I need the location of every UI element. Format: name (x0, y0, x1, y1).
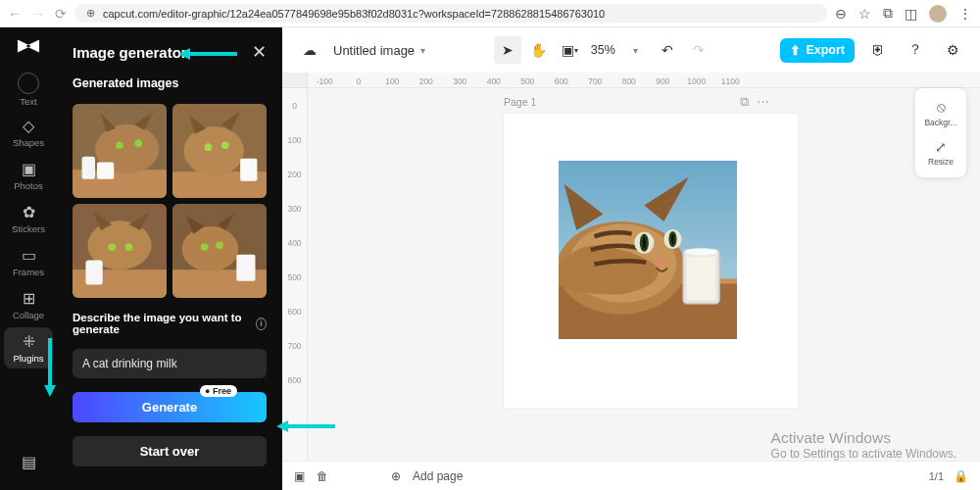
left-rail: Text ◇Shapes ▣Photos ✿Stickers ▭Frames ⊞… (0, 27, 57, 490)
plugins-icon: ⁜ (23, 332, 35, 351)
cursor-tool[interactable]: ➤ (494, 36, 521, 64)
site-info-icon[interactable]: ⊕ (86, 7, 95, 20)
svg-rect-37 (687, 257, 715, 300)
chevron-down-icon[interactable]: ▾ (622, 36, 650, 64)
zoom-icon[interactable]: ⊖ (835, 6, 847, 22)
generated-image-1[interactable] (73, 104, 167, 198)
svg-point-4 (134, 139, 142, 147)
resize-tool[interactable]: ⤢Resize (919, 134, 962, 172)
nav-text[interactable]: Text (0, 69, 57, 110)
nav-forward-icon[interactable]: → (31, 6, 45, 22)
add-page-icon[interactable]: ⊕ (391, 469, 401, 483)
nav-photos[interactable]: ▣Photos (0, 155, 57, 196)
page-icon: ▤ (22, 453, 36, 471)
start-over-button[interactable]: Start over (73, 436, 267, 466)
photos-icon: ▣ (22, 160, 36, 178)
hand-tool[interactable]: ✋ (525, 36, 553, 64)
export-icon: ⬆ (790, 43, 801, 58)
background-icon: ⦸ (937, 99, 946, 116)
prompt-input[interactable] (73, 349, 267, 378)
ruler-vertical: 0100200300400500600700800 (282, 88, 308, 461)
plugin-title: Image generator (73, 44, 187, 61)
undo-button[interactable]: ↶ (654, 36, 681, 64)
svg-point-3 (116, 141, 123, 149)
svg-point-35 (671, 234, 674, 245)
collage-icon: ⊞ (23, 289, 35, 308)
shapes-icon: ◇ (23, 117, 34, 135)
ruler-horizontal: -100010020030040050060070080090010001100 (308, 73, 980, 88)
shield-icon[interactable]: ⛨ (864, 36, 892, 64)
help-icon[interactable]: ？ (902, 36, 929, 64)
page-copy-icon[interactable]: ⧉ (740, 94, 749, 110)
generated-image-3[interactable] (73, 204, 167, 298)
svg-point-10 (205, 143, 213, 151)
side-tools: ⦸Backgr... ⤢Resize (915, 88, 966, 177)
zoom-level[interactable]: 35% (588, 43, 618, 57)
avatar[interactable] (929, 5, 947, 23)
nav-shapes[interactable]: ◇Shapes (0, 112, 57, 153)
settings-icon[interactable]: ⚙ (939, 36, 966, 64)
lock-icon[interactable]: 🔒 (954, 469, 968, 483)
chevron-down-icon: ▾ (420, 45, 425, 56)
page-more-icon[interactable]: ⋯ (757, 94, 769, 110)
layers-icon[interactable]: ▣ (294, 469, 305, 483)
svg-point-17 (125, 243, 133, 251)
star-icon[interactable]: ☆ (858, 6, 871, 22)
generated-grid (73, 104, 267, 298)
topbar: ☁ Untitled image▾ ➤ ✋ ▣▾ 35% ▾ ↶ ↷ ⬆Expo… (282, 27, 980, 73)
svg-rect-18 (85, 261, 102, 285)
cloud-icon[interactable]: ☁ (296, 36, 323, 64)
trash-icon[interactable]: 🗑 (317, 469, 328, 483)
svg-rect-12 (240, 159, 257, 181)
canvas-area: ☁ Untitled image▾ ➤ ✋ ▣▾ 35% ▾ ↶ ↷ ⬆Expo… (282, 27, 980, 490)
svg-rect-5 (82, 157, 95, 179)
generated-image-4[interactable] (172, 204, 267, 298)
svg-point-32 (643, 236, 646, 249)
frames-icon: ▭ (22, 246, 36, 265)
canvas-page[interactable] (504, 114, 798, 408)
svg-point-38 (685, 248, 717, 255)
svg-point-22 (201, 243, 209, 251)
app-logo-icon[interactable] (16, 37, 41, 55)
browser-chrome: ← → ⟳ ⊕ capcut.com/editor-graphic/12a24e… (0, 0, 980, 27)
url-text: capcut.com/editor-graphic/12a24ea0577849… (103, 8, 605, 20)
resize-icon: ⤢ (935, 139, 947, 155)
svg-point-16 (108, 243, 116, 251)
info-icon[interactable]: i (256, 318, 267, 330)
describe-label: Describe the image you want to generate (73, 312, 250, 335)
nav-back-icon[interactable]: ← (8, 6, 22, 22)
nav-collage[interactable]: ⊞Collage (0, 284, 57, 325)
menu-dots-icon[interactable]: ⋮ (958, 6, 972, 22)
svg-point-11 (221, 141, 229, 149)
plugin-panel: Image generator ✕ Generated images Descr… (57, 27, 282, 490)
page-count: 1/1 (929, 470, 944, 482)
close-icon[interactable]: ✕ (252, 41, 267, 63)
nav-reload-icon[interactable]: ⟳ (55, 6, 67, 22)
generate-button[interactable]: ● Free Generate (73, 392, 267, 422)
svg-rect-6 (97, 163, 114, 179)
bottombar: ▣ 🗑 ⊕ Add page 1/1 🔒 (282, 461, 980, 490)
redo-button[interactable]: ↷ (685, 36, 712, 64)
nav-frames[interactable]: ▭Frames (0, 241, 57, 282)
nav-more[interactable]: ▤ (0, 441, 57, 482)
doc-title[interactable]: Untitled image▾ (333, 43, 425, 58)
text-icon (18, 73, 39, 94)
url-bar[interactable]: ⊕ capcut.com/editor-graphic/12a24ea05778… (74, 4, 827, 23)
canvas-image[interactable] (559, 161, 737, 339)
nav-plugins[interactable]: ⁜Plugins (4, 327, 53, 368)
add-page-button[interactable]: Add page (413, 469, 463, 483)
nav-stickers[interactable]: ✿Stickers (0, 198, 57, 239)
svg-point-9 (184, 126, 244, 175)
background-tool[interactable]: ⦸Backgr... (919, 94, 962, 132)
free-badge: ● Free (200, 385, 237, 397)
export-button[interactable]: ⬆Export (780, 38, 855, 63)
page-label: Page 1 (504, 96, 536, 108)
panel-icon[interactable]: ◫ (905, 6, 917, 22)
crop-tool[interactable]: ▣▾ (557, 36, 584, 64)
generated-image-2[interactable] (172, 104, 267, 198)
extension-icon[interactable]: ⧉ (883, 5, 893, 22)
svg-point-23 (216, 241, 223, 249)
ruler-corner (282, 73, 308, 88)
svg-rect-24 (236, 255, 255, 281)
generated-heading: Generated images (73, 76, 267, 90)
